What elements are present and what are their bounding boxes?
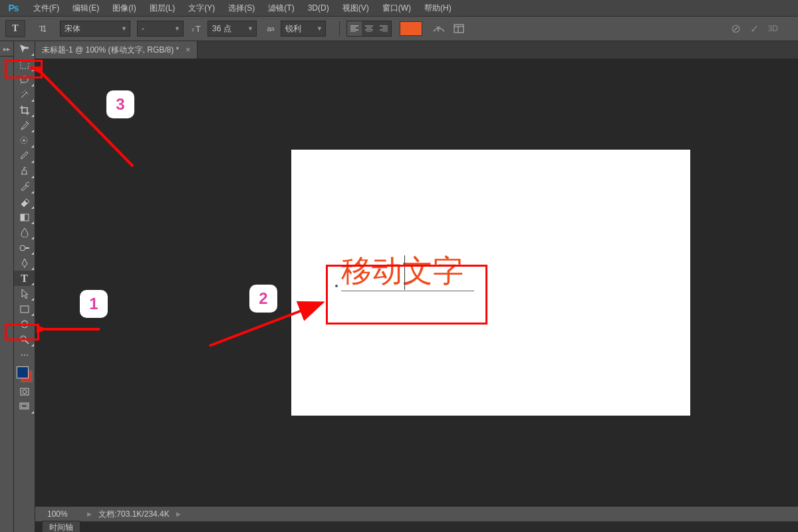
divider	[339, 21, 340, 36]
menu-edit[interactable]: 编辑(E)	[66, 0, 106, 16]
cancel-icon[interactable]: ⊘	[731, 21, 741, 36]
text-cursor	[404, 255, 405, 290]
font-family-value: 宋体	[65, 23, 80, 35]
text-align-group	[346, 21, 392, 37]
magic-wand-tool[interactable]	[14, 87, 35, 102]
text-origin-marker	[335, 285, 338, 287]
warp-text-button[interactable]: T	[430, 20, 448, 37]
anti-alias-icon: aa	[263, 21, 278, 36]
font-family-select[interactable]: 宋体 ▼	[60, 21, 130, 37]
menu-3d[interactable]: 3D(D)	[301, 0, 336, 16]
svg-point-10	[20, 245, 25, 251]
character-panel-button[interactable]	[450, 20, 467, 37]
document-tab-bar: 未标题-1 @ 100% (移动文字, RGB/8) * ×	[35, 41, 798, 59]
tool-panel: T ⋯	[14, 41, 35, 532]
menu-select[interactable]: 选择(S)	[221, 0, 261, 16]
menu-layer[interactable]: 图层(L)	[143, 0, 182, 16]
font-size-value: 36 点	[212, 23, 231, 35]
menu-image[interactable]: 图像(I)	[106, 0, 142, 16]
dodge-tool[interactable]	[14, 240, 35, 255]
3d-button[interactable]: 3D	[768, 24, 778, 33]
chevron-right-icon[interactable]: ▶	[87, 511, 92, 517]
status-bar: 100% ▶ 文档:703.1K/234.4K ▶	[35, 506, 798, 521]
anti-alias-select[interactable]: 锐利 ▼	[281, 21, 326, 37]
clone-stamp-tool[interactable]	[14, 164, 35, 179]
commit-icon[interactable]: ✓	[750, 23, 759, 35]
font-size-select[interactable]: 36 点 ▼	[207, 21, 257, 37]
eraser-tool[interactable]	[14, 194, 35, 209]
pen-tool[interactable]	[14, 255, 35, 271]
svg-text:T: T	[192, 28, 195, 33]
align-left-button[interactable]	[347, 21, 362, 36]
edit-toolbar-button[interactable]: ⋯	[14, 347, 35, 362]
history-brush-tool[interactable]	[14, 179, 35, 194]
menu-window[interactable]: 窗口(W)	[376, 0, 418, 16]
svg-rect-11	[21, 306, 29, 313]
foreground-color[interactable]	[17, 366, 29, 378]
menu-items: 文件(F) 编辑(E) 图像(I) 图层(L) 文字(Y) 选择(S) 滤镜(T…	[27, 0, 458, 16]
font-size-icon: T T	[190, 24, 205, 33]
align-center-button[interactable]	[362, 21, 376, 36]
ps-logo: Ps	[0, 0, 27, 16]
zoom-tool[interactable]	[14, 332, 35, 347]
tool-preset-text[interactable]: T	[5, 20, 25, 37]
color-picker[interactable]	[15, 365, 34, 384]
chevron-right-icon[interactable]: ▶	[176, 511, 181, 517]
menu-help[interactable]: 帮助(H)	[418, 0, 458, 16]
text-orientation-icon[interactable]: T	[35, 19, 53, 38]
path-select-tool[interactable]	[14, 286, 35, 301]
svg-text:T: T	[436, 25, 440, 33]
timeline-panel-tab[interactable]: 时间轴	[42, 521, 80, 532]
marquee-tool[interactable]	[14, 57, 35, 72]
svg-rect-5	[21, 61, 29, 68]
svg-point-7	[23, 140, 25, 142]
anti-alias-value: 锐利	[285, 23, 301, 35]
menu-type[interactable]: 文字(Y)	[182, 0, 221, 16]
menu-view[interactable]: 视图(V)	[336, 0, 376, 16]
eyedropper-tool[interactable]	[14, 118, 35, 133]
align-right-button[interactable]	[376, 21, 391, 36]
close-icon[interactable]: ×	[186, 45, 190, 55]
svg-rect-16	[21, 404, 27, 408]
lasso-tool[interactable]	[14, 72, 35, 87]
font-style-value: -	[142, 24, 144, 33]
crop-tool[interactable]	[14, 102, 35, 118]
chevron-down-icon: ▼	[317, 25, 323, 32]
main-area: ▸▸	[0, 41, 798, 532]
move-tool[interactable]	[14, 41, 35, 57]
text-color-swatch[interactable]	[400, 21, 422, 36]
svg-text:T: T	[39, 24, 45, 33]
chevron-down-icon: ▼	[121, 25, 127, 32]
brush-tool[interactable]	[14, 148, 35, 164]
blur-tool[interactable]	[14, 225, 35, 240]
menu-file[interactable]: 文件(F)	[27, 0, 66, 16]
hand-tool[interactable]	[14, 317, 35, 332]
svg-rect-9	[21, 214, 25, 221]
document-tab-title: 未标题-1 @ 100% (移动文字, RGB/8) *	[42, 45, 179, 56]
zoom-level[interactable]: 100%	[47, 509, 80, 519]
chevron-down-icon: ▼	[174, 25, 180, 32]
font-style-select[interactable]: - ▼	[137, 21, 184, 37]
quick-mask-button[interactable]	[14, 384, 35, 399]
menu-bar: Ps 文件(F) 编辑(E) 图像(I) 图层(L) 文字(Y) 选择(S) 滤…	[0, 0, 798, 17]
svg-point-14	[23, 390, 27, 394]
commit-group: ⊘ ✓ 3D	[731, 21, 778, 36]
gradient-tool[interactable]	[14, 209, 35, 225]
svg-point-12	[21, 336, 26, 341]
svg-text:T: T	[196, 24, 201, 33]
panel-gutter: ▸▸	[0, 41, 14, 532]
document-area: 未标题-1 @ 100% (移动文字, RGB/8) * × 移动文字 100%…	[35, 41, 798, 532]
document-tab[interactable]: 未标题-1 @ 100% (移动文字, RGB/8) * ×	[35, 41, 198, 59]
svg-rect-4	[454, 25, 464, 33]
doc-info[interactable]: 文档:703.1K/234.4K	[98, 509, 170, 520]
type-tool[interactable]: T	[14, 271, 35, 286]
healing-brush-tool[interactable]	[14, 133, 35, 148]
options-bar: T T 宋体 ▼ - ▼ T T 36 点 ▼ aa 锐利 ▼	[0, 17, 798, 41]
menu-filter[interactable]: 滤镜(T)	[261, 0, 301, 16]
screen-mode-button[interactable]	[14, 399, 35, 414]
collapse-arrow-icon[interactable]: ▸▸	[0, 41, 13, 57]
pasteboard[interactable]: 移动文字	[35, 59, 798, 506]
canvas[interactable]: 移动文字	[291, 150, 690, 416]
shape-tool[interactable]	[14, 301, 35, 317]
text-layer-content[interactable]: 移动文字	[341, 256, 464, 287]
